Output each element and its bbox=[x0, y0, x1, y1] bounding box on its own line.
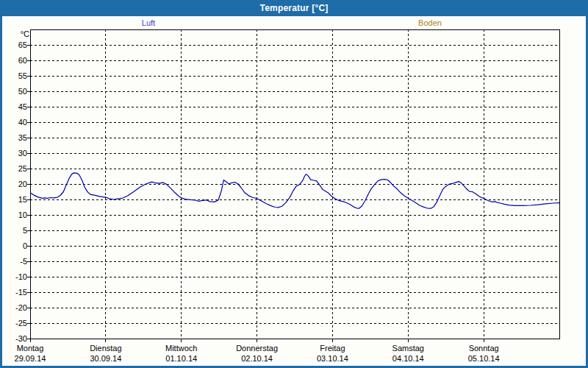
y-tick-label: 60 bbox=[18, 56, 27, 65]
y-tick-label: 40 bbox=[18, 118, 27, 127]
y-tick-label: 0 bbox=[23, 241, 27, 250]
y-tick-label: 20 bbox=[18, 180, 27, 188]
y-tick-label: 55 bbox=[18, 71, 27, 80]
series-luft-line bbox=[30, 173, 559, 208]
x-day-label: Donnerstag bbox=[236, 344, 278, 353]
x-day-label: Montag bbox=[17, 344, 44, 353]
x-day-label: Sonntag bbox=[469, 344, 499, 353]
x-date-label: 03.10.14 bbox=[317, 354, 348, 363]
y-tick-label: 25 bbox=[18, 164, 27, 173]
legend-item-luft: Luft bbox=[142, 18, 155, 28]
y-tick-label: -30 bbox=[15, 334, 27, 343]
x-date-label: 29.09.14 bbox=[15, 354, 46, 363]
y-tick-label: -5 bbox=[20, 257, 27, 266]
y-tick-label: -20 bbox=[15, 303, 27, 312]
app-window: Temperatur [°C] 656055504540353025201510… bbox=[0, 0, 588, 368]
y-axis-unit-label: °C bbox=[21, 29, 29, 38]
legend-item-boden: Boden bbox=[418, 18, 442, 28]
x-day-label: Freitag bbox=[320, 344, 345, 353]
y-tick-label: -15 bbox=[15, 288, 27, 297]
x-date-label: 30.09.14 bbox=[90, 354, 121, 363]
y-tick-label: 35 bbox=[18, 133, 27, 142]
y-tick-label: 45 bbox=[18, 102, 27, 111]
y-tick-label: 15 bbox=[18, 195, 27, 204]
x-day-label: Dienstag bbox=[90, 344, 121, 353]
temperature-chart: 65605550454035302520151050-5-10-15-20-25… bbox=[0, 0, 588, 368]
y-tick-label: -10 bbox=[15, 272, 27, 281]
x-date-label: 01.10.14 bbox=[165, 354, 197, 363]
y-tick-label: 65 bbox=[18, 40, 27, 49]
x-date-label: 05.10.14 bbox=[468, 354, 500, 363]
x-day-label: Mittwoch bbox=[165, 344, 197, 353]
x-day-label: Samstag bbox=[392, 344, 424, 353]
x-date-label: 04.10.14 bbox=[392, 354, 424, 363]
y-tick-label: 30 bbox=[18, 149, 27, 158]
y-tick-label: 50 bbox=[18, 87, 27, 96]
x-date-label: 02.10.14 bbox=[241, 354, 273, 363]
y-tick-label: 10 bbox=[18, 210, 27, 219]
y-tick-label: -25 bbox=[15, 319, 27, 328]
y-tick-label: 5 bbox=[23, 226, 27, 235]
